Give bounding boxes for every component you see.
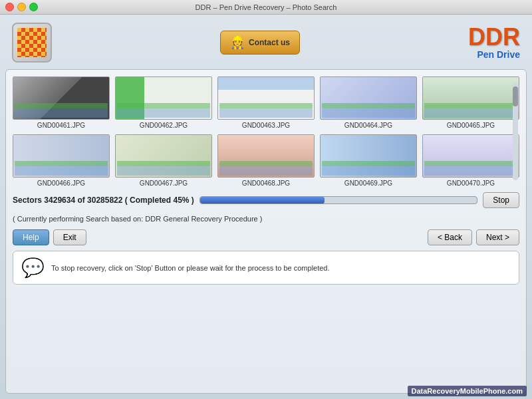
progress-text: Sectors 3429634 of 30285822 ( Completed … bbox=[13, 196, 194, 205]
maximize-button[interactable] bbox=[29, 3, 38, 11]
scrollbar[interactable] bbox=[513, 83, 518, 180]
thumb-decoration bbox=[117, 103, 210, 108]
thumb-decoration bbox=[322, 103, 415, 108]
photo-item[interactable]: GND00467.JPG bbox=[115, 134, 212, 187]
back-button[interactable]: < Back bbox=[428, 229, 472, 245]
photo-thumb bbox=[217, 76, 315, 120]
ddr-subtitle: Pen Drive bbox=[468, 49, 520, 60]
window-title: DDR – Pen Drive Recovery – Photo Search bbox=[196, 3, 337, 11]
thumb-decoration bbox=[424, 108, 517, 118]
photo-filename: GND00466.JPG bbox=[37, 180, 85, 187]
info-box: 💬 To stop recovery, click on 'Stop' Butt… bbox=[13, 251, 519, 285]
next-button[interactable]: Next > bbox=[476, 229, 519, 245]
photo-thumb bbox=[320, 76, 417, 120]
app-logo bbox=[12, 23, 52, 63]
photo-thumb bbox=[422, 76, 519, 120]
minimize-button[interactable] bbox=[17, 3, 26, 11]
photo-thumb bbox=[217, 134, 315, 178]
help-button[interactable]: Help bbox=[13, 229, 49, 245]
ddr-title: DDR bbox=[468, 25, 520, 49]
status-text: ( Currently performing Search based on: … bbox=[13, 215, 262, 223]
info-icon: 💬 bbox=[21, 257, 45, 279]
thumb-decoration bbox=[322, 166, 415, 176]
photo-thumb bbox=[115, 134, 212, 178]
thumb-decoration bbox=[424, 161, 517, 166]
photo-item[interactable]: GND00463.JPG bbox=[217, 76, 315, 129]
thumb-decoration bbox=[219, 166, 313, 176]
ddr-logo: DDR Pen Drive bbox=[468, 25, 520, 60]
status-bar: ( Currently performing Search based on: … bbox=[13, 213, 519, 224]
photo-grid: GND00461.JPGGND00462.JPGGND00463.JPGGND0… bbox=[13, 76, 519, 187]
thumb-decoration bbox=[117, 161, 210, 166]
thumb-decoration bbox=[117, 108, 210, 118]
photo-grid-wrapper: GND00461.JPGGND00462.JPGGND00463.JPGGND0… bbox=[13, 76, 519, 187]
thumb-decoration bbox=[15, 108, 108, 118]
photo-filename: GND00469.JPG bbox=[344, 180, 392, 187]
stop-button[interactable]: Stop bbox=[483, 192, 519, 208]
progress-bar-fill bbox=[200, 197, 325, 203]
photo-item[interactable]: GND00464.JPG bbox=[320, 76, 417, 129]
nav-buttons: Help Exit < Back Next > bbox=[13, 229, 519, 245]
photo-item[interactable]: GND00468.JPG bbox=[217, 134, 315, 187]
photo-filename: GND00468.JPG bbox=[242, 180, 290, 187]
info-text: To stop recovery, click on 'Stop' Button… bbox=[51, 264, 330, 272]
photo-filename: GND00461.JPG bbox=[37, 122, 85, 129]
thumb-decoration bbox=[219, 103, 313, 108]
photo-filename: GND00465.JPG bbox=[447, 122, 495, 129]
progress-bar-container bbox=[200, 196, 478, 204]
thumb-decoration bbox=[219, 108, 313, 118]
photo-filename: GND00463.JPG bbox=[242, 122, 290, 129]
exit-button[interactable]: Exit bbox=[53, 229, 86, 245]
scroll-thumb[interactable] bbox=[513, 86, 518, 106]
thumb-decoration bbox=[322, 161, 415, 166]
contact-icon: 👷 bbox=[230, 35, 245, 50]
photo-thumb bbox=[320, 134, 417, 178]
thumb-decoration bbox=[424, 103, 517, 108]
photo-thumb bbox=[115, 76, 212, 120]
content-area: GND00461.JPGGND00462.JPGGND00463.JPGGND0… bbox=[5, 69, 527, 394]
progress-section: Sectors 3429634 of 30285822 ( Completed … bbox=[13, 192, 519, 208]
photo-item[interactable]: GND00469.JPG bbox=[320, 134, 417, 187]
header: 👷 Contact us DDR Pen Drive bbox=[5, 20, 527, 65]
thumb-decoration bbox=[322, 108, 415, 118]
watermark: DataRecoveryMobilePhone.com bbox=[408, 386, 527, 396]
photo-filename: GND00467.JPG bbox=[140, 180, 188, 187]
thumb-decoration bbox=[424, 166, 517, 176]
title-bar: DDR – Pen Drive Recovery – Photo Search bbox=[0, 0, 532, 15]
photo-item[interactable]: GND00465.JPG bbox=[422, 76, 519, 129]
main-container: 👷 Contact us DDR Pen Drive GND00461.JPGG… bbox=[0, 15, 532, 399]
photo-filename: GND00470.JPG bbox=[447, 180, 495, 187]
photo-thumb bbox=[422, 134, 519, 178]
photo-filename: GND00462.JPG bbox=[140, 122, 188, 129]
contact-button[interactable]: 👷 Contact us bbox=[220, 31, 300, 55]
photo-item[interactable]: GND00466.JPG bbox=[13, 134, 110, 187]
photo-item[interactable]: GND00470.JPG bbox=[422, 134, 519, 187]
close-button[interactable] bbox=[5, 3, 14, 11]
thumb-decoration bbox=[15, 166, 108, 176]
thumb-decoration bbox=[117, 166, 210, 176]
checkerboard-icon bbox=[17, 28, 47, 57]
contact-label: Contact us bbox=[249, 38, 290, 47]
photo-item[interactable]: GND00462.JPG bbox=[115, 76, 212, 129]
photo-thumb bbox=[13, 76, 110, 120]
photo-item[interactable]: GND00461.JPG bbox=[13, 76, 110, 129]
thumb-decoration bbox=[15, 161, 108, 166]
photo-thumb bbox=[13, 134, 110, 178]
thumb-decoration bbox=[219, 161, 313, 166]
photo-filename: GND00464.JPG bbox=[344, 122, 392, 129]
window-controls[interactable] bbox=[5, 3, 38, 11]
thumb-decoration bbox=[15, 103, 108, 108]
